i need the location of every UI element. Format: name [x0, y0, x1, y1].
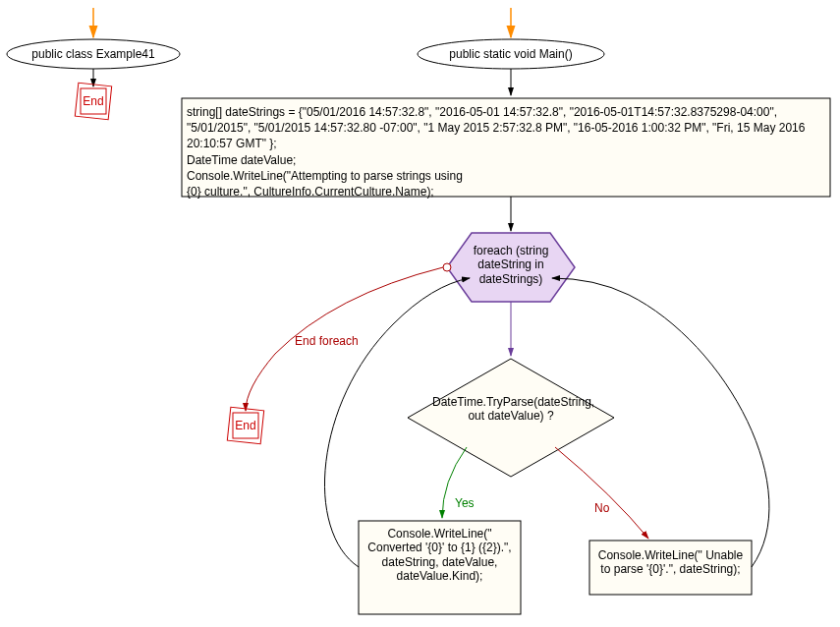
decision-node: DateTime.TryParse(dateString, out dateVa…: [432, 395, 589, 424]
foreach-node: foreach (string dateString in dateString…: [456, 244, 566, 286]
class-decl-node: public class Example41: [20, 47, 167, 61]
no-label: No: [594, 501, 609, 515]
end-left-node: End: [82, 94, 105, 108]
main-decl-node: public static void Main(): [419, 47, 603, 61]
code-block-node: string[] dateStrings = {"05/01/2016 14:5…: [187, 104, 825, 200]
no-block-node: Console.WriteLine(" Unable to parse '{0}…: [594, 548, 747, 577]
yes-label: Yes: [455, 496, 475, 510]
yes-block-node: Console.WriteLine(" Converted '{0}' to {…: [364, 527, 516, 584]
svg-point-11: [443, 263, 451, 271]
end-foreach-label: End foreach: [295, 334, 359, 348]
end-middle-node: End: [234, 419, 257, 432]
